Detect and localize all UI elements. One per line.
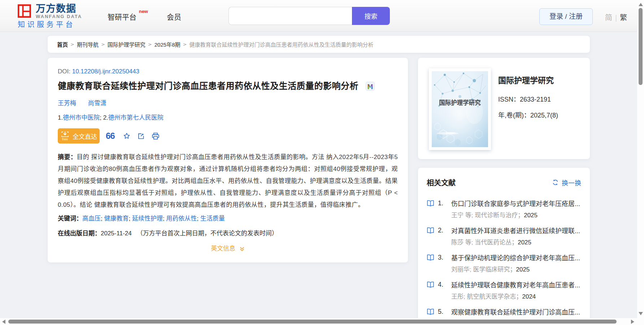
doi-link[interactable]: 10.12208/j.ijnr.20250443 — [72, 68, 139, 75]
pubdate-note: （万方平台首次上网日期，不代表论文的发表时间） — [137, 230, 278, 237]
scroll-left-arrow-icon[interactable] — [2, 320, 5, 324]
related-item-title[interactable]: 对真菌性外耳道炎患者进行微信延续护理联... — [451, 226, 580, 235]
doi-label: DOI: — [58, 68, 70, 75]
related-item-number: 4. — [434, 281, 451, 288]
book-icon — [427, 227, 434, 234]
vertical-scrollbar[interactable] — [637, 0, 644, 318]
brand-tagline: 知识服务平台 — [18, 21, 75, 29]
search-bar: 搜索 — [229, 7, 390, 25]
breadcrumb-separator: > — [70, 42, 74, 47]
page-viewport: 万方数据 WANFANG DATA 知识服务平台 智研平台 new 会员 搜索 … — [0, 0, 637, 318]
related-header: 相关文献 换一换 — [427, 177, 581, 188]
keywords: 关键词：高血压; 健康教育; 延续性护理; 用药依从性; 生活质量 — [58, 213, 398, 224]
abstract-label: 摘要： — [58, 154, 77, 161]
print-icon[interactable] — [152, 132, 160, 140]
brand-name-en: WANFANG DATA — [36, 14, 82, 19]
related-item-meta: 王宁 等; 现代诊断与治疗；2025 — [451, 211, 581, 219]
abstract-text: 目的 探讨健康教育联合延续性护理对门诊高血压患者用药依从性及生活质量的影响。方法… — [58, 154, 398, 208]
book-icon — [427, 200, 434, 207]
scroll-up-arrow-icon[interactable] — [639, 3, 643, 6]
article-card: DOI: 10.12208/j.ijnr.20250443 健康教育联合延续性护… — [48, 58, 408, 262]
horizontal-scrollbar[interactable] — [0, 318, 637, 325]
medline-badge-icon — [366, 82, 375, 91]
related-item-number: 3. — [434, 254, 451, 261]
related-item-title[interactable]: 基于保护动机理论的综合护理对老年高血压... — [451, 253, 580, 262]
related-list: 1. 伤口门诊联合家庭参与式护理对老年压疮居... 王宁 等; 现代诊断与治疗；… — [427, 199, 581, 316]
fulltext-access-button[interactable]: free 全文直达 — [58, 128, 100, 144]
new-badge: new — [139, 9, 148, 14]
keywords-label: 关键词： — [58, 215, 82, 222]
related-item-title[interactable]: 伤口门诊联合家庭参与式护理对老年压疮居... — [451, 198, 580, 208]
breadcrumb-issue[interactable]: 2025年8期 — [155, 40, 180, 48]
journal-issn: ISSN：2633-2191 — [498, 94, 558, 103]
share-icon[interactable] — [137, 132, 145, 140]
breadcrumb-separator: > — [101, 42, 105, 47]
svg-text:free: free — [62, 137, 68, 141]
pubdate-value: 2025-11-24 — [101, 230, 132, 237]
related-item-authors: 刘丽华; — [451, 266, 471, 273]
lang-traditional[interactable]: 繁 — [620, 14, 627, 22]
related-item-meta: 陈莎 等; 当代医药论丛；2025 — [451, 239, 581, 247]
related-item: 2. 对真菌性外耳道炎患者进行微信延续护理联... 陈莎 等; 当代医药论丛；2… — [427, 226, 581, 247]
login-register-button[interactable]: 登录 / 注册 — [539, 8, 593, 25]
related-item-journal[interactable]: 医学临床研究 — [473, 266, 510, 273]
breadcrumb-home[interactable]: 首页 — [57, 40, 68, 48]
language-switch: 简|繁 — [605, 12, 627, 22]
breadcrumb-separator: > — [148, 42, 152, 47]
related-item-journal[interactable]: 现代诊断与治疗 — [475, 212, 518, 219]
search-input[interactable] — [229, 7, 352, 25]
related-item-title[interactable]: 观察健康教育联合延续性护理对门诊高血压... — [451, 307, 580, 316]
affiliation-num: 2. — [103, 114, 108, 121]
online-pubdate: 在线出版日期：2025-11-24（万方平台首次上网日期，不代表论文的发表时间） — [58, 227, 398, 239]
related-item-year: 2025 — [518, 239, 531, 246]
related-item-title[interactable]: 延续性护理联合健康教育对老年高血压患者... — [451, 280, 580, 289]
favorite-star-icon[interactable] — [123, 132, 130, 140]
affiliation-list: 1.德州市中医院; 2.德州市第七人民医院 — [58, 112, 398, 121]
book-icon — [427, 308, 434, 315]
related-item-authors: 王彤; — [451, 293, 465, 300]
related-item-year: 2024 — [522, 293, 536, 300]
english-info-toggle[interactable]: 英文信息 — [58, 243, 398, 252]
affiliation-sep: ; — [100, 114, 101, 121]
affiliation-link[interactable]: 德州市第七人民医院 — [108, 114, 164, 121]
journal-cover[interactable]: 国际护理学研究 — [429, 68, 491, 150]
journal-card: 国际护理学研究 国际护理学研究 ISSN：2633-2191 年,卷(期)：20… — [418, 58, 590, 159]
affiliation-link[interactable]: 德州市中医院 — [63, 114, 100, 121]
wanfang-logo-icon — [18, 4, 31, 18]
breadcrumb: 首页 > 期刊导航 > 国际护理学研究 > 2025年8期 > 健康教育联合延续… — [48, 36, 590, 53]
related-literature-card: 相关文献 换一换 — [418, 168, 590, 318]
download-free-icon: free — [60, 131, 70, 141]
lang-divider: | — [615, 14, 617, 22]
related-item-year: 2025 — [524, 212, 538, 219]
breadcrumb-journal-nav[interactable]: 期刊导航 — [77, 40, 99, 48]
journal-name[interactable]: 国际护理学研究 — [498, 74, 558, 85]
related-item-journal[interactable]: 航空航天医学杂志 — [467, 293, 516, 300]
lang-simplified[interactable]: 简 — [605, 14, 612, 22]
keyword-link[interactable]: 用药依从性 — [166, 215, 197, 222]
keyword-link[interactable]: 健康教育 — [104, 215, 129, 222]
breadcrumb-journal[interactable]: 国际护理学研究 — [108, 40, 145, 48]
related-item: 3. 基于保护动机理论的综合护理对老年高血压... 刘丽华; 医学临床研究；20… — [427, 253, 581, 274]
related-item-journal[interactable]: 当代医药论丛 — [475, 239, 512, 246]
author-list: 王芳梅 尚雪潇 — [58, 98, 398, 107]
vertical-scrollbar-thumb[interactable] — [639, 8, 643, 85]
related-item-year: 2025 — [516, 266, 530, 273]
scroll-right-arrow-icon[interactable] — [631, 320, 634, 324]
author-link[interactable]: 尚雪潇 — [88, 100, 106, 107]
nav-item-zhiyan-platform[interactable]: 智研平台 new — [108, 12, 136, 22]
cite-quote-icon[interactable]: 66 — [106, 132, 115, 140]
scroll-down-arrow-icon[interactable] — [639, 312, 643, 315]
journal-volume: 年,卷(期)：2025,7(8) — [498, 110, 558, 119]
abstract: 摘要：目的 探讨健康教育联合延续性护理对门诊高血压患者用药依从性及生活质量的影响… — [58, 151, 398, 211]
horizontal-scrollbar-thumb[interactable] — [8, 320, 617, 324]
keyword-link[interactable]: 高血压 — [82, 215, 101, 222]
nav-item-member[interactable]: 会员 — [167, 12, 181, 22]
refresh-related-button[interactable]: 换一换 — [552, 178, 581, 187]
keyword-link[interactable]: 生活质量 — [200, 215, 225, 222]
author-link[interactable]: 王芳梅 — [58, 100, 76, 107]
related-item-meta: 刘丽华; 医学临床研究；2025 — [451, 266, 581, 274]
search-button[interactable]: 搜索 — [352, 7, 390, 25]
related-item-number: 2. — [434, 227, 451, 234]
related-item-authors: 陈莎 等; — [451, 239, 473, 246]
keyword-link[interactable]: 延续性护理 — [132, 215, 163, 222]
